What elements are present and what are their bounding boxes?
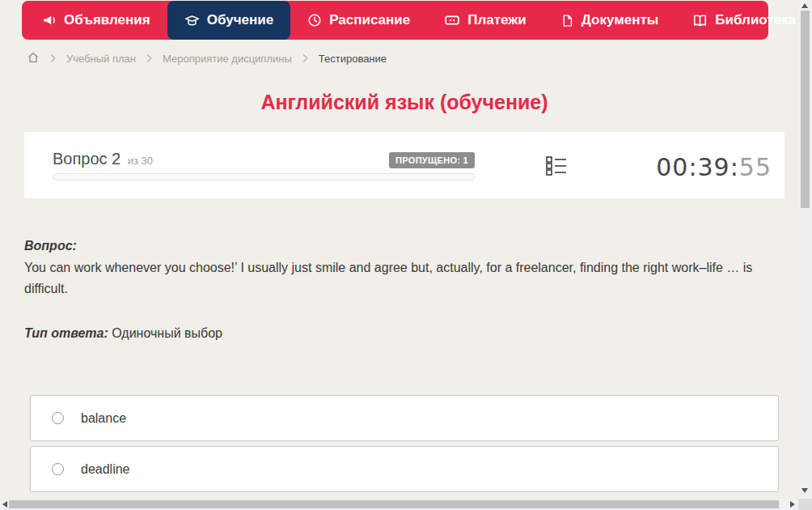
- question-text: You can work whenever you choose!’ I usu…: [24, 257, 781, 300]
- answer-options: balance deadline: [30, 395, 779, 510]
- question-number: Вопрос 2: [53, 150, 121, 168]
- answer-type-label: Тип ответа:: [24, 326, 108, 340]
- question-list-icon: [546, 165, 567, 179]
- radio-button[interactable]: [52, 463, 64, 475]
- nav-item-payments[interactable]: Платежи: [427, 1, 543, 40]
- nav-item-label: Платежи: [467, 12, 527, 28]
- nav-item-label: Объявления: [64, 12, 150, 28]
- breadcrumb-separator-icon: [302, 53, 309, 63]
- home-icon[interactable]: [27, 51, 40, 66]
- graduation-cap-icon: [184, 13, 200, 28]
- answer-option-balance[interactable]: balance: [30, 395, 779, 441]
- horizontal-scrollbar[interactable]: [0, 499, 798, 510]
- horizontal-scrollbar-thumb[interactable]: [9, 500, 779, 508]
- answer-type: Тип ответа: Одиночный выбор: [24, 326, 222, 341]
- vertical-scrollbar[interactable]: [798, 0, 812, 499]
- nav-item-label: Расписание: [329, 12, 410, 28]
- timer-hours-minutes: 00:39:: [656, 153, 739, 181]
- nav-item-schedule[interactable]: Расписание: [290, 1, 427, 40]
- breadcrumb-separator-icon: [49, 53, 57, 63]
- nav-item-learning[interactable]: Обучение: [167, 1, 290, 40]
- main-nav: Объявления Обучение Расписание Платежи Д…: [22, 1, 768, 40]
- nav-item-library[interactable]: Библиотека: [675, 1, 812, 40]
- question-number-row: Вопрос 2 из 30 ПРОПУЩЕНО: 1: [53, 150, 475, 168]
- breadcrumb-separator-icon: [146, 53, 153, 63]
- megaphone-icon: [42, 13, 57, 28]
- nav-item-announcements[interactable]: Объявления: [25, 1, 167, 40]
- breadcrumb-item-discipline-event[interactable]: Мероприятие дисциплины: [163, 53, 292, 65]
- nav-item-label: Библиотека: [715, 12, 796, 28]
- question-total: из 30: [128, 155, 153, 167]
- question-counter: Вопрос 2 из 30: [53, 150, 153, 168]
- payment-icon: [444, 12, 460, 28]
- scroll-right-arrow-icon[interactable]: [790, 501, 795, 508]
- vertical-scrollbar-thumb[interactable]: [801, 11, 810, 208]
- question-card: Вопрос 2 из 30 ПРОПУЩЕНО: 1 00:39:55: [24, 132, 785, 198]
- nav-item-label: Документы: [582, 12, 659, 28]
- breadcrumb-item-testing: Тестирование: [319, 53, 387, 65]
- scroll-left-arrow-icon[interactable]: [2, 501, 7, 508]
- breadcrumb-item-study-plan[interactable]: Учебный план: [66, 53, 136, 65]
- scroll-up-arrow-icon[interactable]: [801, 3, 808, 8]
- scroll-down-arrow-icon[interactable]: [801, 488, 808, 493]
- clock-icon: [307, 13, 322, 28]
- page-title: Английский язык (обучение): [0, 91, 809, 114]
- question-progressbar: [53, 173, 475, 181]
- scrollbar-corner: [798, 499, 812, 510]
- question-heading: Вопрос:: [24, 236, 781, 257]
- breadcrumb: Учебный план Мероприятие дисциплины Тест…: [27, 51, 387, 66]
- question-block: Вопрос: You can work whenever you choose…: [24, 236, 781, 300]
- option-label: deadline: [81, 462, 130, 477]
- radio-button[interactable]: [52, 412, 64, 424]
- timer: 00:39:55: [656, 153, 772, 181]
- option-label: balance: [81, 411, 126, 426]
- book-icon: [692, 13, 708, 28]
- document-icon: [560, 14, 574, 28]
- answer-type-value: Одиночный выбор: [112, 326, 222, 340]
- missed-badge: ПРОПУЩЕНО: 1: [389, 152, 475, 168]
- nav-item-documents[interactable]: Документы: [543, 1, 676, 40]
- nav-item-label: Обучение: [207, 12, 273, 28]
- timer-seconds: 55: [739, 153, 772, 181]
- question-list-button[interactable]: [546, 155, 567, 176]
- answer-option-deadline[interactable]: deadline: [30, 446, 779, 492]
